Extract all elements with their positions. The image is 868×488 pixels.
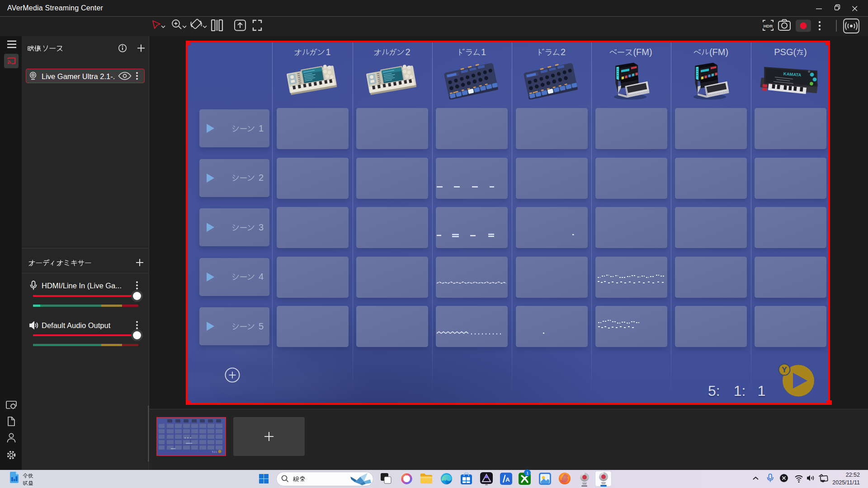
- svg-text:5:1:1: 5:1:1: [212, 450, 217, 453]
- svg-text:A: A: [505, 476, 510, 483]
- svg-text:HDR: HDR: [764, 23, 773, 28]
- svg-text:1: 1: [526, 471, 528, 475]
- svg-text:Y: Y: [782, 366, 787, 374]
